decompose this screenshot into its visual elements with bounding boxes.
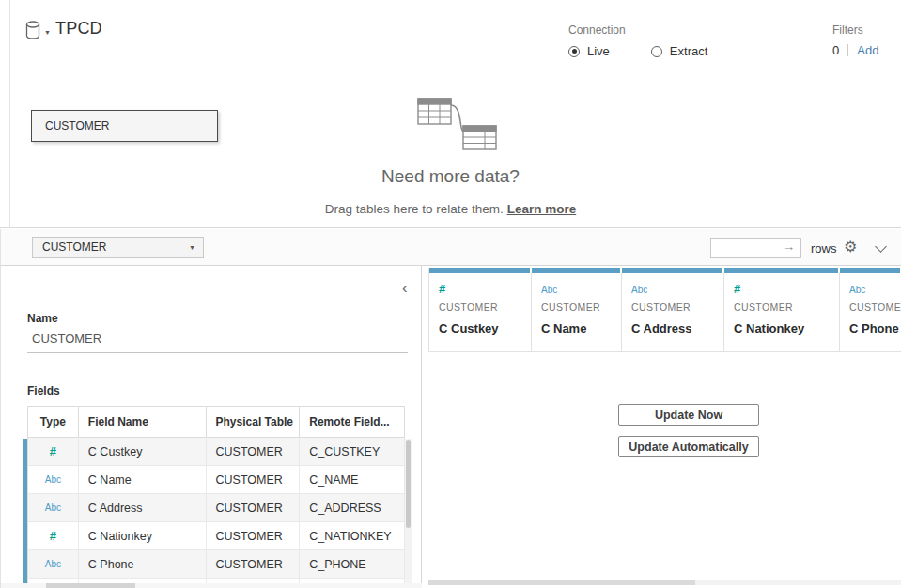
- name-label: Name: [27, 312, 58, 325]
- number-type-icon: #: [50, 529, 56, 543]
- table-selector-dropdown[interactable]: CUSTOMER ▼: [32, 237, 204, 258]
- radio-extract[interactable]: Extract: [651, 44, 707, 58]
- rows-input[interactable]: [711, 239, 777, 257]
- number-type-icon: #: [50, 444, 56, 458]
- header-physical-table[interactable]: Physical Table: [207, 407, 301, 437]
- physical-table: CUSTOMER: [207, 438, 301, 465]
- tables-illustration-icon: [411, 90, 505, 154]
- field-row[interactable]: # C Nationkey CUSTOMER C_NATIONKEY: [27, 522, 405, 550]
- radio-extract-label[interactable]: Extract: [670, 44, 707, 58]
- empty-hint-text: Drag tables here to relate them.: [325, 202, 504, 216]
- physical-table: CUSTOMER: [207, 494, 301, 521]
- gear-icon[interactable]: ⚙: [844, 238, 857, 255]
- remote-field: C_NAME: [300, 466, 405, 493]
- remote-field: C_PHONE: [300, 550, 405, 578]
- radio-live-label[interactable]: Live: [587, 44, 610, 58]
- physical-table: CUSTOMER: [207, 522, 301, 549]
- fields-table-header: Type Field Name Physical Table Remote Fi…: [27, 406, 405, 438]
- learn-more-link[interactable]: Learn more: [507, 202, 577, 216]
- table-selector-value: CUSTOMER: [42, 240, 106, 254]
- datasource-title: TPCD: [55, 19, 102, 39]
- table-name-input[interactable]: CUSTOMER: [32, 332, 403, 346]
- connection-block: Connection Live Extract: [568, 23, 749, 58]
- header-field-name[interactable]: Field Name: [79, 407, 207, 437]
- field-row[interactable]: # C Custkey CUSTOMER C_CUSTKEY: [27, 438, 405, 466]
- field-name: C Custkey: [79, 438, 207, 465]
- radio-extract-circle[interactable]: [651, 46, 662, 57]
- field-row[interactable]: Abc C Phone CUSTOMER C_PHONE: [27, 550, 405, 579]
- field-name: C Name: [79, 466, 207, 493]
- column-field-name: C Custkey: [439, 321, 531, 335]
- canvas-left-border: [9, 0, 10, 228]
- column-table-name: CUSTOMER: [541, 302, 621, 313]
- header-remote-field[interactable]: Remote Field...: [300, 407, 405, 437]
- field-name: C Phone: [79, 550, 207, 578]
- rows-input-box: →: [710, 238, 801, 258]
- string-type-icon: Abc: [631, 285, 647, 295]
- column-field-name: C Nationkey: [734, 321, 839, 335]
- filters-count: 0: [832, 43, 839, 57]
- fields-table: Type Field Name Physical Table Remote Fi…: [27, 406, 405, 584]
- filters-block: Filters 0 Add: [832, 23, 878, 57]
- rows-label: rows: [811, 241, 836, 255]
- empty-state-hint: Drag tables here to relate them.Learn mo…: [0, 202, 901, 216]
- relationship-canvas: ▼ TPCD Connection Live Extract Filters 0…: [0, 0, 901, 228]
- fields-vertical-scrollbar-thumb[interactable]: [406, 440, 411, 528]
- grid-column-c-phone[interactable]: Abc CUSTOMER C Phone: [840, 268, 901, 352]
- number-type-icon: #: [439, 282, 445, 296]
- field-name: C Address: [79, 494, 207, 521]
- canvas-table-customer[interactable]: CUSTOMER: [31, 110, 218, 142]
- string-type-icon: Abc: [45, 474, 61, 485]
- column-table-name: CUSTOMER: [631, 302, 723, 313]
- field-row[interactable]: Abc C Name CUSTOMER C_NAME: [27, 466, 405, 494]
- name-input-underline: [27, 352, 408, 353]
- table-details-panel: ‹ Name CUSTOMER Fields Type Field Name P…: [0, 266, 422, 588]
- column-field-name: C Phone: [849, 321, 901, 335]
- fields-label: Fields: [27, 384, 60, 397]
- column-table-name: CUSTOMER: [439, 302, 531, 313]
- field-name: C Nationkey: [79, 522, 207, 549]
- update-now-button[interactable]: Update Now: [618, 404, 759, 426]
- filters-add-link[interactable]: Add: [857, 43, 878, 57]
- field-row[interactable]: Abc C Address CUSTOMER C_ADDRESS: [27, 494, 405, 522]
- connection-label: Connection: [568, 23, 749, 37]
- update-automatically-button[interactable]: Update Automatically: [618, 436, 759, 457]
- datasource-menu[interactable]: ▼: [25, 21, 48, 43]
- arrow-right-icon: →: [783, 240, 795, 254]
- column-field-name: C Address: [631, 321, 723, 335]
- data-grid-header-row: # CUSTOMER C Custkey Abc CUSTOMER C Name…: [428, 268, 901, 352]
- data-grid: # CUSTOMER C Custkey Abc CUSTOMER C Name…: [422, 266, 901, 588]
- collapse-panel-icon[interactable]: ‹: [402, 280, 408, 296]
- filters-label: Filters: [832, 23, 878, 37]
- grid-column-c-nationkey[interactable]: # CUSTOMER C Nationkey: [724, 268, 840, 352]
- header-type[interactable]: Type: [28, 407, 79, 437]
- grid-column-c-custkey[interactable]: # CUSTOMER C Custkey: [429, 268, 532, 352]
- radio-live[interactable]: Live: [568, 44, 610, 58]
- number-type-icon: #: [734, 282, 740, 296]
- database-icon: [25, 21, 41, 40]
- empty-state-title: Need more data?: [0, 166, 901, 187]
- radio-live-circle[interactable]: [568, 46, 580, 57]
- string-type-icon: Abc: [541, 285, 557, 295]
- caret-down-icon: ▼: [189, 238, 195, 257]
- column-table-name: CUSTOMER: [849, 302, 901, 313]
- selected-rows-accent-bar: [23, 439, 27, 584]
- grid-column-c-name[interactable]: Abc CUSTOMER C Name: [532, 268, 622, 352]
- column-table-name: CUSTOMER: [734, 302, 839, 313]
- grid-horizontal-scrollbar-thumb[interactable]: [428, 580, 695, 585]
- remote-field: C_NATIONKEY: [300, 522, 405, 549]
- panel-horizontal-scrollbar-thumb[interactable]: [46, 583, 135, 588]
- physical-table: CUSTOMER: [207, 466, 301, 493]
- grid-horizontal-scrollbar-track: [695, 580, 901, 585]
- column-field-name: C Name: [541, 321, 621, 335]
- grid-column-c-address[interactable]: Abc CUSTOMER C Address: [622, 268, 724, 352]
- remote-field: C_CUSTKEY: [300, 438, 405, 465]
- chevron-down-icon[interactable]: [875, 240, 887, 253]
- string-type-icon: Abc: [45, 503, 61, 513]
- bottom-section: ‹ Name CUSTOMER Fields Type Field Name P…: [0, 266, 901, 588]
- filters-divider: [847, 44, 848, 56]
- string-type-icon: Abc: [849, 285, 865, 295]
- string-type-icon: Abc: [45, 559, 61, 569]
- physical-table: CUSTOMER: [207, 550, 301, 578]
- datasource-toolbar: CUSTOMER ▼ → rows ⚙: [0, 229, 901, 266]
